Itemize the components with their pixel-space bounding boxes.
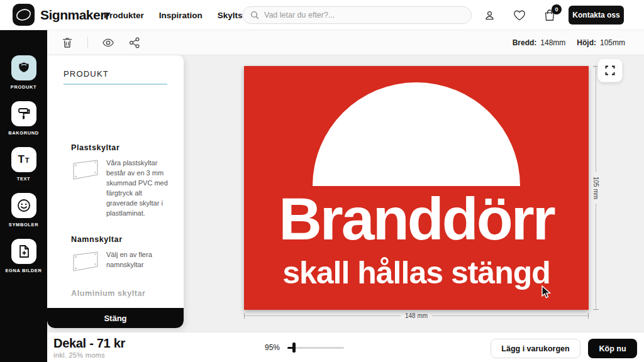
sidebar-item-label: SYMBOLER bbox=[9, 222, 38, 228]
nav-link-inspiration[interactable]: Inspiration bbox=[159, 11, 203, 20]
height-label: Höjd: bbox=[577, 38, 596, 47]
delete-trash-icon[interactable] bbox=[61, 36, 74, 49]
list-item-aluminium-skyltar[interactable]: Aluminium skyltar Välj en av flera alumi… bbox=[47, 289, 184, 308]
sign-text-line1[interactable]: Branddörr bbox=[244, 189, 589, 249]
zoom-slider[interactable] bbox=[287, 343, 344, 353]
sidebar-item-label: EGNA BILDER bbox=[6, 268, 42, 273]
paint-roller-icon bbox=[16, 106, 31, 121]
nav-icon-group: 0 bbox=[482, 0, 557, 30]
text-tool-button[interactable]: T T bbox=[11, 147, 36, 172]
brand-logo[interactable]: Signmakerr bbox=[13, 4, 110, 26]
sidebar-item-bakgrund[interactable]: BAKGRUND bbox=[0, 101, 47, 136]
width-label: Bredd: bbox=[513, 38, 537, 47]
bakgrund-tool-button[interactable] bbox=[11, 101, 36, 126]
zoom-slider-handle[interactable] bbox=[292, 343, 296, 353]
sidebar-item-label: BAKGRUND bbox=[8, 130, 39, 136]
height-value: 105mm bbox=[600, 38, 625, 47]
fullscreen-button[interactable] bbox=[597, 58, 623, 82]
list-item-plastskyltar[interactable]: Plastskyltar Våra plastskyltar består av… bbox=[47, 143, 184, 219]
sign-dimensions: Bredd: 148mm Höjd: 105mm bbox=[513, 30, 633, 55]
add-to-cart-button[interactable]: Lägg i varukorgen bbox=[491, 339, 580, 358]
search-bar[interactable] bbox=[242, 6, 472, 24]
contact-button[interactable]: Kontakta oss bbox=[569, 6, 624, 25]
zoom-control: 95% bbox=[265, 332, 344, 362]
sign-text-line2[interactable]: skall hållas stängd bbox=[244, 256, 589, 289]
tool-sidebar: PRODUKT BAKGRUND T T TEXT bbox=[0, 30, 47, 362]
list-item-namnskyltar[interactable]: Namnskyltar Välj en av flera namnskyltar bbox=[47, 235, 184, 273]
cart-icon[interactable]: 0 bbox=[543, 8, 557, 22]
smiley-icon bbox=[16, 198, 31, 213]
panel-title: PRODUKT bbox=[64, 69, 167, 79]
mouse-cursor-icon bbox=[540, 285, 553, 300]
sign-artboard[interactable]: Branddörr skall hållas stängd bbox=[244, 66, 589, 310]
cart-count-badge: 0 bbox=[552, 4, 562, 14]
image-upload-icon bbox=[16, 244, 31, 259]
fullscreen-expand-icon bbox=[605, 65, 615, 75]
product-item-description: Välj en av flera namnskyltar bbox=[106, 250, 170, 273]
close-panel-button[interactable]: Stäng bbox=[47, 308, 184, 328]
panel-title-underline bbox=[64, 84, 167, 85]
sidebar-item-label: PRODUKT bbox=[11, 84, 36, 90]
egna-bilder-tool-button[interactable] bbox=[11, 239, 36, 264]
search-icon bbox=[250, 11, 259, 19]
width-dimension-label: 148 mm bbox=[401, 312, 432, 319]
product-price: Dekal - 71 kr bbox=[53, 336, 125, 351]
bottom-bar: Dekal - 71 kr inkl. 25% moms 95% Lägg i … bbox=[47, 332, 644, 362]
sign-badge-icon bbox=[16, 60, 32, 76]
sign-thumbnail-icon bbox=[71, 250, 100, 273]
symboler-tool-button[interactable] bbox=[11, 193, 36, 218]
height-dimension-line: 105 mm bbox=[592, 66, 599, 310]
share-icon[interactable] bbox=[128, 36, 141, 49]
sign-thumbnail-icon bbox=[71, 158, 100, 181]
sign-dome-graphic bbox=[313, 82, 520, 186]
product-item-description: Våra plastskyltar består av en 3 mm skum… bbox=[106, 158, 170, 219]
text-icon: T T bbox=[18, 153, 29, 166]
price-block: Dekal - 71 kr inkl. 25% moms bbox=[53, 336, 125, 359]
produkt-tool-button[interactable] bbox=[11, 55, 36, 80]
sidebar-item-produkt[interactable]: PRODUKT bbox=[0, 55, 47, 90]
toolbar-divider bbox=[87, 37, 88, 48]
sidebar-item-symboler[interactable]: SYMBOLER bbox=[0, 193, 47, 228]
account-icon[interactable] bbox=[482, 8, 496, 22]
height-dimension-label: 105 mm bbox=[592, 172, 599, 204]
sidebar-item-text[interactable]: T T TEXT bbox=[0, 147, 47, 182]
top-navbar: Signmakerr Produkter Inspiration Skyltst… bbox=[0, 0, 644, 30]
brand-name: Signmakerr bbox=[40, 8, 110, 23]
width-value: 148mm bbox=[540, 38, 565, 47]
sidebar-item-egna-bilder[interactable]: EGNA BILDER bbox=[0, 239, 47, 273]
product-list: Plastskyltar Våra plastskyltar består av… bbox=[47, 143, 184, 308]
product-item-title: Plastskyltar bbox=[71, 143, 170, 152]
product-panel: PRODUKT Plastskyltar Våra plastskyltar b… bbox=[47, 55, 184, 328]
preview-eye-icon[interactable] bbox=[102, 36, 114, 49]
search-input[interactable] bbox=[264, 11, 464, 19]
vat-note: inkl. 25% moms bbox=[53, 351, 125, 359]
product-item-title: Namnskyltar bbox=[71, 235, 170, 244]
editor-toolbar: Bredd: 148mm Höjd: 105mm bbox=[47, 30, 644, 55]
sidebar-item-label: TEXT bbox=[17, 176, 31, 182]
zoom-level-label: 95% bbox=[265, 343, 280, 352]
logo-icon bbox=[13, 4, 35, 26]
product-item-title: Aluminium skyltar bbox=[71, 289, 170, 298]
nav-link-produkter[interactable]: Produkter bbox=[104, 11, 144, 20]
buy-now-button[interactable]: Köp nu bbox=[588, 339, 637, 358]
width-dimension-line: 148 mm bbox=[244, 312, 589, 319]
favorites-heart-icon[interactable] bbox=[513, 8, 526, 22]
zoom-slider-track[interactable] bbox=[287, 347, 344, 349]
